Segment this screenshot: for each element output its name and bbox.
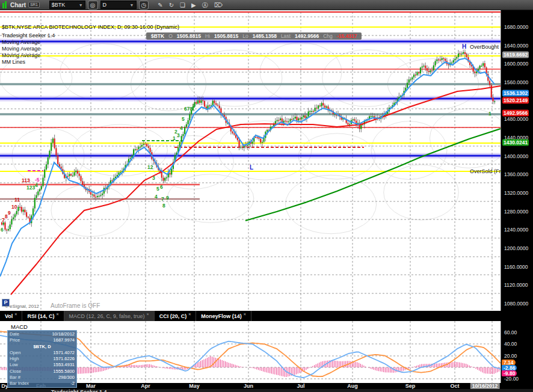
price-badge: 1520.2149: [502, 97, 529, 104]
play-button[interactable]: ▶: [189, 1, 198, 9]
pattern-count-marker: -5: [35, 177, 40, 182]
ma-red-line: [11, 86, 501, 295]
legend-item: Moving Average: [2, 46, 40, 52]
price-tick-label: 1120.0000: [504, 282, 528, 288]
macd-tick-label: 20.00: [504, 353, 517, 359]
tooltip-row: Date10/18/2012: [10, 331, 75, 337]
quote-symbol: $BTK: [151, 33, 164, 39]
month-label: Jun: [244, 383, 253, 389]
chg-value: -15.4317: [337, 33, 357, 39]
data-tooltip: Date10/18/2012Price1687.9974$BTK, DOpen1…: [7, 330, 77, 388]
close-icon[interactable]: ×: [188, 312, 191, 316]
pattern-count-marker: 123: [26, 185, 35, 190]
time-axis[interactable]: DyFebMarAprMayJunJulAugSepOct10/16/2012: [0, 383, 533, 389]
chevron-down-icon: ▼: [130, 3, 134, 7]
price-tick-label: 1600.0000: [504, 61, 528, 67]
pattern-count-marker: 10: [11, 204, 17, 209]
month-label: Mar: [86, 383, 96, 389]
pattern-count-marker: 1: [173, 136, 176, 141]
gann-circle-decoration: [384, 165, 459, 220]
ma-blue-line: [0, 58, 494, 277]
close-icon[interactable]: ×: [244, 312, 246, 316]
price-tick-label: 1640.0000: [504, 43, 528, 49]
auto-button[interactable]: Ⓐ: [200, 1, 210, 9]
low-value: 1485.1358: [253, 33, 277, 39]
pattern-count-marker: 6: [1, 227, 4, 232]
macd-tick-label: 60.00: [504, 329, 517, 335]
pattern-count-marker: 11: [14, 197, 20, 202]
macd-tick-label: -20.00: [504, 376, 519, 382]
legend-item: Tradesight Seeker 1.4: [2, 32, 55, 38]
gann-circle-decoration: [73, 124, 168, 176]
pattern-count-marker: 9: [8, 210, 11, 215]
pattern-count-marker: 7: [2, 218, 5, 222]
eraser-button[interactable]: ⌦: [212, 1, 224, 9]
gann-circle-decoration: [430, 109, 501, 168]
pattern-count-marker: 8: [162, 203, 165, 208]
main-chart-panel[interactable]: $BTK,NYSE ARCA BIOTECHNOLOGY INDEX; D; 0…: [0, 10, 533, 311]
price-tick-label: 1560.0000: [504, 79, 528, 85]
pattern-count-marker: 9: [193, 103, 196, 108]
last-value: 1492.9566: [295, 33, 319, 39]
candlestick-chart: [0, 10, 501, 311]
tab-label: MoneyFlow (14): [201, 313, 242, 319]
pattern-count-marker: L: [250, 165, 253, 170]
time-template-button[interactable]: ◷: [139, 1, 149, 10]
open-value: 1505.8815: [177, 33, 201, 39]
tab-label: MACD (12, 26, C, 9, false, true): [69, 313, 145, 319]
high-value: 1505.8815: [214, 33, 238, 39]
tooltip-row: Price1687.9974: [10, 337, 75, 343]
legend-item: Moving Average: [2, 52, 40, 58]
reload-button[interactable]: ↻: [167, 1, 176, 9]
pattern-count-marker: 113: [22, 178, 30, 183]
pattern-count-marker: 12: [147, 165, 153, 170]
price-tick-label: 1280.0000: [504, 209, 528, 215]
month-label: Apr: [141, 383, 150, 389]
study-tab[interactable]: MACD (12, 26, C, 9, false, true)×: [64, 311, 155, 321]
interval-value: D: [103, 2, 107, 8]
chevron-down-icon: ▼: [79, 3, 83, 7]
interval-combo[interactable]: D ▼: [100, 1, 137, 9]
pattern-count-marker: 6: [160, 185, 163, 189]
pattern-count-marker: 1: [488, 111, 491, 116]
symbol-combo[interactable]: $BTK ▼: [49, 1, 85, 9]
price-axis[interactable]: 1680.00001640.00001600.00001560.00001480…: [501, 10, 533, 311]
pattern-count-marker: 3: [177, 133, 180, 138]
macd-axis[interactable]: 60.0040.0020.00-20.007.14-2.86-9.80: [501, 321, 533, 383]
pattern-count-marker: 9: [166, 195, 169, 200]
low-label: Lo: [242, 33, 248, 39]
macd-title: MACD: [11, 323, 28, 330]
pattern-count-marker: 678: [184, 106, 193, 111]
price-badge: 1619.6692: [502, 52, 529, 58]
pattern-count-marker: 4: [180, 126, 183, 130]
study-tabbar: Vol×RSI (14, C)×MACD (12, 26, C, 9, fals…: [0, 311, 533, 321]
study-tab[interactable]: MoneyFlow (14)×: [196, 311, 251, 321]
price-tick-label: 1200.0000: [504, 245, 528, 251]
study-tab[interactable]: RSI (14, C)×: [22, 311, 64, 321]
price-tick-label: 1480.0000: [504, 116, 528, 122]
tooltip-row: Close1555.5800: [10, 369, 75, 375]
tab-label: RSI (14, C): [27, 313, 54, 319]
pattern-count-marker: 3: [152, 176, 155, 180]
price-badge: 1492.9566: [502, 110, 529, 117]
month-label: May: [189, 383, 200, 389]
tooltip-row: Open1571.4072: [10, 350, 75, 356]
price-tick-label: 1160.0000: [504, 264, 528, 270]
toolbar: Chart SR1 $BTK ▼ ◎ D ▼ ◷ ✎ ↻ ❏ ▶ Ⓐ ⌦: [0, 0, 533, 10]
tab-label: CCI (20, C): [159, 313, 187, 319]
copyright: © eSignal, 2012: [5, 304, 39, 309]
study-tab[interactable]: CCI (20, C)×: [155, 311, 197, 321]
study-tab[interactable]: Vol×: [0, 311, 22, 321]
note-button[interactable]: ❏: [178, 1, 187, 9]
window-title: Chart: [10, 2, 26, 8]
close-icon[interactable]: ×: [14, 312, 17, 316]
status-text: Tradesight Seeker 1.4: [51, 389, 107, 392]
close-icon[interactable]: ×: [147, 312, 149, 316]
macd-panel[interactable]: MACD 60.0040.0020.00-20.007.14-2.86-9.80: [0, 321, 533, 383]
close-icon[interactable]: ×: [56, 312, 58, 316]
pencil-button[interactable]: ✎: [156, 1, 164, 9]
tooltip-row: Low1553.4931: [10, 362, 75, 368]
status-bar: Tradesight Seeker 1.4: [0, 389, 533, 392]
symbol-lookup-button[interactable]: ◎: [88, 1, 98, 10]
gann-circle-decoration: [371, 121, 447, 180]
